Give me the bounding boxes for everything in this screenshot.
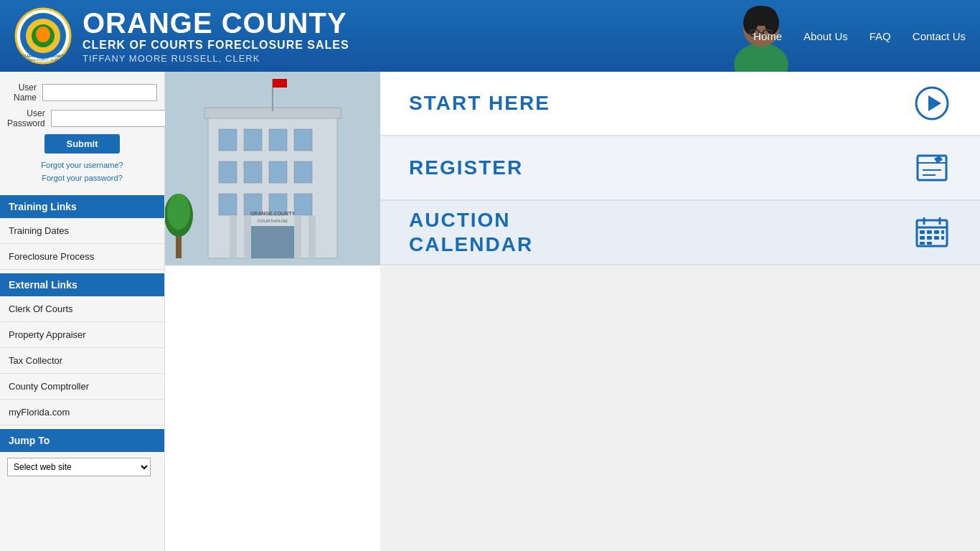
svg-rect-18 [219, 129, 237, 151]
sidebar-item-county-comptroller[interactable]: County Comptroller [0, 374, 164, 400]
action-panels: START HERE REGISTER [380, 72, 980, 551]
header-subtitle: CLERK OF COURTS FORECLOSURE SALES [83, 39, 349, 52]
register-icon [912, 149, 951, 188]
svg-rect-29 [294, 194, 312, 215]
sidebar-item-clerk-of-courts[interactable]: Clerk Of Courts [0, 296, 164, 322]
submit-button[interactable]: Submit [44, 134, 119, 154]
svg-rect-19 [244, 129, 262, 151]
svg-rect-55 [927, 230, 932, 234]
svg-rect-59 [927, 236, 932, 240]
header: CLERK CIRCUIT COURT ORANGE COUNTY · FLOR… [0, 0, 980, 72]
sidebar-item-my-florida[interactable]: myFlorida.com [0, 400, 164, 425]
header-main-title: ORANGE COUNTY [83, 9, 349, 37]
svg-rect-56 [934, 230, 939, 234]
svg-rect-60 [934, 236, 939, 240]
external-links-header: External Links [0, 273, 164, 296]
svg-rect-24 [269, 161, 287, 183]
svg-rect-31 [230, 215, 237, 258]
svg-rect-30 [251, 226, 294, 258]
svg-marker-44 [928, 95, 941, 111]
nav-home[interactable]: Home [753, 30, 782, 42]
forgot-username-link[interactable]: Forgot your username? [7, 159, 157, 172]
svg-point-42 [167, 194, 190, 230]
svg-text:COURTHOUSE: COURTHOUSE [258, 219, 288, 223]
svg-rect-33 [294, 215, 301, 258]
password-label: User Password [7, 108, 51, 128]
main-layout: User Name User Password Submit Forgot yo… [0, 72, 980, 551]
svg-rect-58 [920, 236, 925, 240]
sidebar-item-tax-collector[interactable]: Tax Collector [0, 348, 164, 374]
nav-faq[interactable]: FAQ [870, 30, 891, 42]
svg-rect-21 [294, 129, 312, 151]
start-here-label: START HERE [409, 92, 912, 115]
start-here-panel[interactable]: START HERE [380, 72, 980, 136]
calendar-icon [912, 213, 951, 253]
content-area: ORANGE COUNTY COURTHOUSE START HERE [165, 72, 980, 551]
nav-links: Home About Us FAQ Contact Us [753, 30, 966, 42]
start-here-icon [912, 84, 951, 123]
svg-point-7 [734, 43, 788, 72]
auction-calendar-label: AUCTION CALENDAR [409, 208, 912, 256]
svg-rect-32 [244, 215, 251, 258]
svg-rect-63 [927, 242, 932, 245]
sidebar-item-property-appraiser[interactable]: Property Appraiser [0, 322, 164, 348]
forgot-links: Forgot your username? Forgot your passwo… [7, 159, 157, 184]
svg-rect-25 [294, 161, 312, 183]
username-row: User Name [7, 83, 157, 103]
username-label: User Name [7, 83, 42, 103]
register-label: REGISTER [409, 156, 912, 179]
jump-to-header: Jump To [0, 429, 164, 452]
password-row: User Password [7, 108, 157, 128]
sidebar-item-training-dates[interactable]: Training Dates [0, 218, 164, 244]
svg-rect-57 [941, 230, 944, 234]
svg-rect-23 [244, 161, 262, 183]
svg-rect-26 [219, 194, 237, 215]
below-hero [165, 265, 380, 551]
training-links-header: Training Links [0, 195, 164, 218]
header-title-block: ORANGE COUNTY CLERK OF COURTS FORECLOSUR… [83, 9, 349, 64]
svg-text:ORANGE COUNTY · FLORIDA: ORANGE COUNTY · FLORIDA [23, 58, 63, 62]
sidebar: User Name User Password Submit Forgot yo… [0, 72, 165, 551]
password-input[interactable] [51, 110, 166, 127]
svg-point-4 [36, 27, 50, 42]
sidebar-item-foreclosure-process[interactable]: Foreclosure Process [0, 244, 164, 270]
register-panel[interactable]: REGISTER [380, 136, 980, 201]
svg-rect-22 [219, 161, 237, 183]
jump-to-select[interactable]: Select web site [7, 458, 151, 476]
logo: CLERK CIRCUIT COURT ORANGE COUNTY · FLOR… [14, 7, 72, 65]
login-form: User Name User Password Submit Forgot yo… [0, 72, 164, 192]
username-input[interactable] [42, 84, 157, 101]
svg-rect-39 [273, 79, 287, 88]
svg-rect-20 [269, 129, 287, 151]
svg-rect-54 [920, 230, 925, 234]
auction-calendar-panel[interactable]: AUCTION CALENDAR [380, 201, 980, 265]
header-clerk-name: TIFFANY MOORE RUSSELL, CLERK [83, 53, 349, 64]
jump-to-section: Jump To Select web site [0, 429, 164, 482]
svg-rect-62 [920, 242, 925, 245]
svg-rect-61 [941, 236, 944, 240]
svg-rect-34 [308, 215, 316, 258]
hero-image: ORANGE COUNTY COURTHOUSE [165, 72, 380, 265]
svg-text:ORANGE COUNTY: ORANGE COUNTY [250, 211, 296, 216]
forgot-password-link[interactable]: Forgot your password? [7, 172, 157, 185]
nav-about[interactable]: About Us [804, 30, 848, 42]
nav-contact[interactable]: Contact Us [913, 30, 966, 42]
